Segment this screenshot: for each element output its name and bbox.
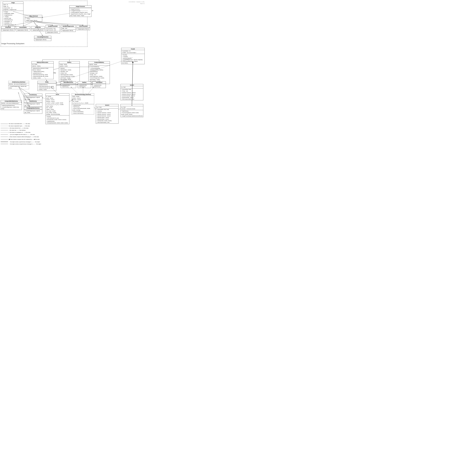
w-attrs: a,y : float controller : ICameraControll…: [121, 106, 143, 110]
charging-station-factory-class: ChargingStationFactory + CreateEntity(pi…: [24, 107, 42, 114]
legend-sync: this object sends a synchronous message …: [10, 141, 40, 143]
legend-async: this object sends an asynchronous messag…: [10, 143, 41, 145]
canny-class: CannyEdgeDetection + Apply(original, fil…: [34, 36, 51, 41]
robot-factory-title: RobotFactory: [24, 100, 42, 102]
drone-class: Drone id : double speed : double positio…: [46, 93, 69, 124]
movement-strategy-title: MovementStrategy (Interface): [72, 94, 94, 96]
entity-factory-title: EntityFactory (Interface): [8, 81, 29, 83]
svg-line-13: [54, 68, 59, 69]
colorthreshold-class: ColorThreshold + Apply(original, filtere…: [77, 25, 90, 30]
svg-line-28: [94, 107, 96, 110]
legend-compose-filled: these classes compose and are contained …: [10, 138, 39, 140]
facade-methods: + Facade() + ~Facade() + Update(double d…: [121, 54, 145, 64]
colorthreshold-methods: + Apply(original, filtered): [77, 28, 90, 30]
doublethreshold-title: DoubleThreshold: [46, 25, 60, 27]
gaussianblur-title: GaussianBlur: [16, 26, 30, 28]
vector3-attrs: x,y,z : float: [96, 106, 118, 108]
drone-factory-class: DroneFactory + CreateEntity(picojson: ob…: [24, 94, 42, 100]
legend-associated: this class is associated with ——— this c…: [9, 123, 30, 125]
doublethreshold-class: DoubleThreshold lowThreshold : float hig…: [46, 25, 60, 34]
doublethreshold-attrs: lowThreshold : float highThreshold : flo…: [46, 27, 60, 31]
entity-factory-attrs: factories : std::vector<EntityFactory*>: [8, 83, 29, 85]
vector3-methods: + Vector3(float, float, float) + Vector3…: [96, 108, 118, 123]
vector2-methods: + Vector2(float, float) + Print() : void…: [121, 88, 143, 100]
sobelfilter-title: SobelFilter: [31, 26, 44, 28]
charging-factory-title: ChargingStationFactory: [24, 107, 42, 109]
composite-battery-attrs: capacity : double: [89, 63, 110, 66]
svg-line-24: [69, 100, 72, 102]
nonmax-attrs: angle : float: [61, 27, 75, 30]
w-class: w a,y : float controller : ICameraContro…: [121, 104, 143, 117]
canny-title: CannyEdgeDetection: [34, 36, 51, 38]
composite-entity-factory-class: CompositeEntityFactory factories : std::…: [1, 100, 22, 110]
drone-title: Drone: [46, 94, 69, 96]
image-processor-methods: + ImageProcessor() + ~ImageProcessor(): …: [70, 8, 91, 17]
movement-strategy-interface: MovementStrategy (Interface) speed : dou…: [72, 93, 94, 115]
manual-movement-methods: + Update(double) + TakePicture(): [61, 84, 76, 88]
image-attrs: width : int height : int componentNo. : …: [3, 4, 23, 11]
sobelfilter-class: SobelFilter + Apply(original, filtered): [31, 26, 45, 31]
robot-factory-class: RobotFactory + CreateEntity(picojson: ob…: [24, 100, 42, 107]
canny-methods: + Apply(original, filtered): [34, 39, 51, 41]
entity-class: Entity + update(double dt) + GetPosition…: [37, 81, 56, 91]
w-methods: + TakePicture() + ProcessImages(int, dou…: [121, 110, 143, 117]
facade-attrs: # numEntities : int # entities : std::ve…: [121, 50, 145, 54]
facade-class: Facade # numEntities : int # entities : …: [121, 48, 145, 64]
svg-line-23: [42, 98, 46, 99]
battery-class: Battery charge : double capacity : doubl…: [59, 61, 80, 82]
drone-methods: + Drone() + GetPosition(std::int_pos) + …: [46, 116, 69, 124]
facade-title: Facade: [121, 48, 145, 50]
patrol-spiral-methods: + Update(double) + TakePicture(): [92, 84, 106, 88]
subsystem-label: Image Processing Subsystem: [1, 43, 24, 45]
svg-line-29: [119, 108, 121, 110]
patrol-spiral-title: PatrolSpiral: [92, 82, 106, 84]
image-title: Image: [3, 2, 23, 4]
battery-methods: + Battery() + Battery(initial : double) …: [59, 67, 80, 82]
greyscale-class: GreyScale + Apply(original, filtered): [1, 26, 15, 31]
drone-factory-title: DroneFactory: [24, 94, 42, 96]
nonmax-methods: + Apply(original, filtered): [61, 30, 75, 32]
battery-attrs: charge : double capacity : double: [59, 63, 80, 67]
w-title: w: [121, 104, 143, 106]
filter-title: Filter (Abstract): [25, 15, 42, 17]
greyscale-title: GreyScale: [1, 26, 15, 28]
composite-battery-class: CompositeBattery capacity : double + Com…: [88, 61, 110, 84]
greyscale-methods: + Apply(original, filtered): [1, 29, 15, 31]
legend-inherits: this class inherits from ——▷ this class: [10, 127, 28, 129]
beeline-title: Beeline: [78, 82, 91, 84]
battery-title: Battery: [59, 61, 80, 63]
legend-realisation: this class is a realisation of - - - ▷ t…: [10, 131, 30, 133]
robot-factory-methods: + CreateEntity(picojson: object& obj) : …: [24, 103, 42, 107]
image-processor-class: Image Processor + ImageProcessor() + ~Im…: [69, 5, 92, 17]
gaussianblur-methods: + Apply(original, filtered): [16, 29, 30, 31]
manual-movement-title: ManualMovement: [61, 82, 76, 84]
colorthreshold-title: ColorThreshold: [77, 25, 90, 27]
vector2-attrs: x,y : float: [121, 86, 143, 88]
battery-decorator-attrs: ent : Entity batteries : Battery: [32, 63, 54, 67]
beeline-class: Beeline + Update(double) + TakePicture(): [78, 81, 91, 88]
image-processor-title: Image Processor: [70, 5, 91, 7]
charging-factory-methods: + CreateEntity(picojson: object& obj) : …: [24, 110, 42, 114]
nonmax-class: NonMaxSuppression angle : float + Apply(…: [61, 25, 76, 32]
battery-decorator-class: BatteryLifeDecorator ent : Entity batter…: [32, 61, 54, 79]
manual-movement-class: ManualMovement + Update(double) + TakePi…: [61, 81, 76, 88]
legend-compose-open: these classes compose without belonging …: [10, 136, 39, 138]
entity-factory-methods: + CreateEntity(picojson: object& obj) : …: [8, 85, 29, 89]
entity-factory-interface: EntityFactory (Interface) factories : st…: [8, 81, 29, 89]
beeline-methods: + Update(double) + TakePicture(): [78, 84, 91, 88]
page-title: CSCI3081W - Iteration 2 UML Team 41: [128, 1, 145, 4]
legend-navigate: you can navigate from this class to ——→ …: [10, 134, 35, 136]
legend-interface: this class has ——○ this interface: [10, 129, 26, 131]
sobelfilter-methods: + Apply(original, filtered): [31, 29, 44, 31]
vector3-class: Vector3 x,y,z : float + Vector3(float, f…: [96, 104, 119, 124]
movement-strategy-attrs: speed : double position : Vector3 direct…: [72, 96, 94, 104]
filter-abstract-class: Filter (Abstract) + ~Filter() + Apply( o…: [25, 15, 42, 22]
drone-factory-methods: + CreateEntity(picojson: object& obj) : …: [24, 97, 42, 100]
patrol-spiral-class: PatrolSpiral + Update(double) + TakePict…: [92, 81, 106, 88]
doublethreshold-methods: + Apply(original, filtered): [46, 31, 60, 33]
composite-factory-methods: + AddFactory(EntityFactory) + CreateEnti…: [1, 104, 22, 110]
drone-attrs: id : double speed : double position : ve…: [46, 96, 69, 116]
nonmax-title: NonMaxSuppression: [61, 25, 75, 27]
legend-dependent: this class is dependent upon - - - > thi…: [9, 125, 30, 127]
composite-factory-attrs: factories : std::vector<EntityFactory*>: [1, 102, 22, 104]
